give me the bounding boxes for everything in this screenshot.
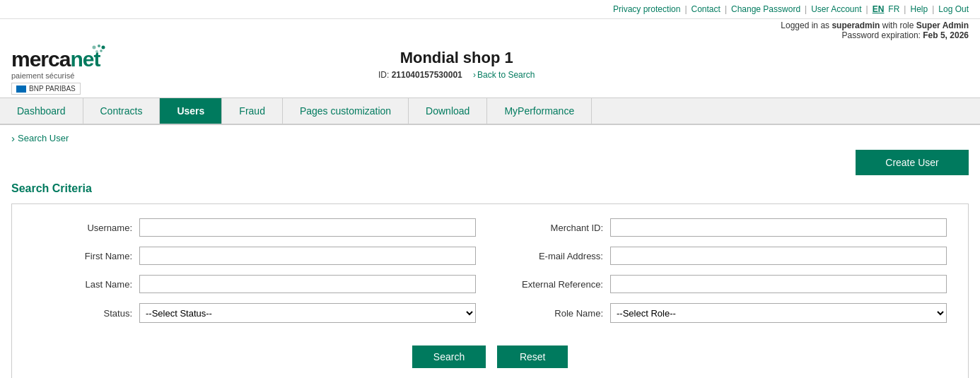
user-info-bar: Logged in as superadmin with role Super … — [0, 19, 980, 43]
merchant-id-input[interactable] — [610, 218, 947, 237]
sep3: | — [805, 4, 807, 14]
breadcrumb[interactable]: Search User — [11, 132, 969, 144]
search-criteria-title: Search Criteria — [11, 182, 969, 195]
logout-link[interactable]: Log Out — [938, 4, 969, 14]
lang-fr[interactable]: FR — [888, 4, 899, 14]
id-value: 211040157530001 — [392, 70, 462, 80]
sep6: | — [932, 4, 934, 14]
pwd-date-text: Feb 5, 2026 — [923, 30, 969, 40]
shop-info: Mondial shop 1 ID: 211040157530001 Back … — [100, 49, 813, 80]
right-fields: Merchant ID: E-mail Address: External Re… — [504, 218, 947, 333]
lang-en[interactable]: EN — [873, 4, 885, 14]
status-row: Status: --Select Status-- Active Inactiv… — [33, 303, 476, 323]
id-label: ID: — [378, 70, 392, 80]
firstname-input[interactable] — [139, 247, 476, 265]
logo: mercanet — [11, 49, 100, 70]
svg-point-2 — [102, 46, 105, 49]
search-form-grid: Username: First Name: Last Name: Status:… — [33, 218, 947, 333]
svg-point-4 — [100, 49, 103, 52]
search-button[interactable]: Search — [412, 345, 486, 368]
firstname-label: First Name: — [33, 251, 132, 261]
contact-link[interactable]: Contact — [692, 4, 721, 14]
nav-bar: Dashboard Contracts Users Fraud Pages cu… — [0, 98, 980, 125]
email-label: E-mail Address: — [504, 251, 603, 261]
logged-in-text: Logged in as — [781, 20, 832, 30]
logo-area: mercanet paiement sécurisé BNP PARIBAS — [11, 49, 100, 95]
create-user-button[interactable]: Create User — [856, 150, 969, 175]
shop-name: Mondial shop 1 — [100, 49, 813, 67]
help-link[interactable]: Help — [910, 4, 928, 14]
form-actions: Search Reset — [33, 345, 947, 368]
privacy-link[interactable]: Privacy protection — [613, 4, 680, 14]
username-label: Username: — [33, 223, 132, 233]
nav-dashboard[interactable]: Dashboard — [0, 98, 83, 124]
svg-point-1 — [98, 45, 100, 47]
nav-users[interactable]: Users — [160, 98, 222, 124]
header-area: mercanet paiement sécurisé BNP PARIBAS M… — [0, 43, 980, 98]
lastname-row: Last Name: — [33, 275, 476, 293]
bnp-badge: BNP PARIBAS — [11, 83, 81, 95]
nav-myperformance[interactable]: MyPerformance — [487, 98, 592, 124]
lastname-input[interactable] — [139, 275, 476, 293]
lastname-label: Last Name: — [33, 279, 132, 290]
back-to-search-link[interactable]: Back to Search — [473, 70, 535, 80]
role-prefix-text: with role — [880, 20, 916, 30]
nav-fraud[interactable]: Fraud — [222, 98, 283, 124]
username-input[interactable] — [139, 218, 476, 237]
bnp-text: BNP PARIBAS — [29, 85, 76, 93]
user-account-link[interactable]: User Account — [811, 4, 861, 14]
logo-merca: merca — [11, 47, 70, 71]
top-bar: Privacy protection | Contact | Change Pa… — [0, 0, 980, 19]
role-name-label: Role Name: — [504, 308, 603, 319]
svg-point-3 — [95, 50, 98, 53]
nav-contracts[interactable]: Contracts — [83, 98, 161, 124]
role-name-row: Role Name: --Select Role-- Admin User — [504, 303, 947, 323]
ext-ref-row: External Reference: — [504, 275, 947, 293]
change-password-link[interactable]: Change Password — [731, 4, 800, 14]
logo-text: mercanet — [11, 49, 100, 70]
username-text: superadmin — [832, 20, 880, 30]
nav-pages-customization[interactable]: Pages customization — [283, 98, 409, 124]
content-area: Search User Create User Search Criteria … — [0, 125, 980, 378]
sep5: | — [904, 4, 906, 14]
sep2: | — [725, 4, 727, 14]
logo-dots-icon — [91, 45, 105, 56]
status-select[interactable]: --Select Status-- Active Inactive — [139, 303, 476, 323]
email-input[interactable] — [610, 247, 947, 265]
role-text: Super Admin — [916, 20, 969, 30]
ext-ref-label: External Reference: — [504, 279, 603, 290]
bnp-icon — [16, 85, 26, 93]
create-user-row: Create User — [11, 150, 969, 175]
pwd-prefix-text: Password expiration: — [842, 30, 923, 40]
ext-ref-input[interactable] — [610, 275, 947, 293]
sep4: | — [866, 4, 868, 14]
shop-id-row: ID: 211040157530001 Back to Search — [100, 70, 813, 80]
nav-download[interactable]: Download — [409, 98, 487, 124]
svg-point-0 — [93, 46, 96, 49]
firstname-row: First Name: — [33, 247, 476, 265]
left-fields: Username: First Name: Last Name: Status:… — [33, 218, 476, 333]
email-row: E-mail Address: — [504, 247, 947, 265]
merchant-id-row: Merchant ID: — [504, 218, 947, 237]
logo-subtitle: paiement sécurisé — [11, 71, 74, 80]
reset-button[interactable]: Reset — [497, 345, 568, 368]
search-box: Username: First Name: Last Name: Status:… — [11, 203, 969, 378]
merchant-id-label: Merchant ID: — [504, 223, 603, 233]
status-label: Status: — [33, 308, 132, 319]
username-row: Username: — [33, 218, 476, 237]
sep1: | — [684, 4, 687, 14]
role-name-select[interactable]: --Select Role-- Admin User — [610, 303, 947, 323]
